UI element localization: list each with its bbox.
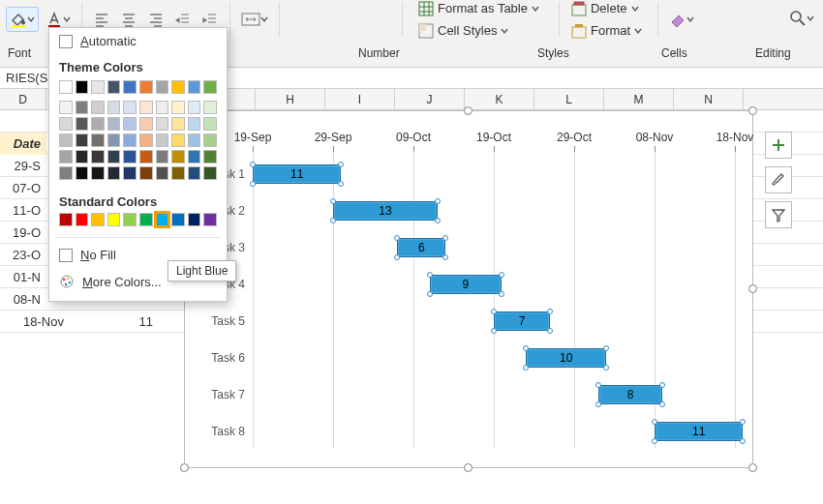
color-swatch[interactable]	[171, 117, 185, 131]
color-swatch[interactable]	[91, 150, 105, 163]
color-swatch[interactable]	[139, 213, 153, 226]
merge-cells-button[interactable]	[238, 7, 271, 32]
color-swatch[interactable]	[107, 166, 121, 180]
color-swatch[interactable]	[59, 213, 73, 226]
color-swatch[interactable]	[59, 101, 73, 114]
color-swatch[interactable]	[107, 101, 121, 114]
color-swatch[interactable]	[156, 117, 169, 131]
color-swatch[interactable]	[91, 213, 105, 226]
chart-bar[interactable]: 11	[655, 422, 743, 441]
color-swatch[interactable]	[59, 150, 73, 163]
fill-color-button[interactable]	[6, 7, 39, 32]
col-header[interactable]: J	[395, 89, 465, 109]
color-swatch[interactable]	[203, 150, 217, 163]
color-swatch[interactable]	[139, 133, 153, 147]
color-swatch[interactable]	[76, 80, 89, 94]
color-swatch[interactable]	[91, 117, 105, 131]
color-swatch[interactable]	[107, 80, 121, 94]
color-swatch[interactable]	[139, 101, 153, 114]
color-swatch[interactable]	[91, 166, 105, 180]
color-swatch[interactable]	[171, 101, 185, 114]
col-header[interactable]: M	[604, 89, 674, 109]
color-swatch[interactable]	[59, 80, 73, 94]
color-swatch[interactable]	[171, 133, 185, 147]
color-swatch[interactable]	[188, 101, 201, 114]
color-swatch[interactable]	[123, 133, 137, 147]
color-swatch[interactable]	[203, 133, 217, 147]
chart-bar[interactable]: 9	[430, 275, 503, 294]
col-header[interactable]: N	[674, 89, 744, 109]
color-swatch[interactable]	[139, 150, 153, 163]
color-swatch[interactable]	[59, 117, 73, 131]
color-swatch[interactable]	[203, 117, 217, 131]
find-select-button[interactable]	[786, 6, 817, 31]
color-swatch[interactable]	[171, 150, 185, 163]
color-swatch[interactable]	[76, 213, 89, 226]
color-swatch[interactable]	[123, 101, 137, 114]
chart-styles-button[interactable]	[765, 166, 792, 193]
chart-bar[interactable]: 10	[526, 348, 606, 368]
color-swatch[interactable]	[123, 117, 137, 131]
format-cells-button[interactable]: Format	[567, 20, 646, 42]
chart-elements-button[interactable]	[765, 132, 792, 159]
col-header[interactable]: I	[325, 89, 395, 109]
color-swatch[interactable]	[203, 166, 217, 180]
color-swatch[interactable]	[188, 150, 201, 163]
color-swatch[interactable]	[188, 80, 201, 94]
color-swatch[interactable]	[171, 166, 185, 180]
chart-bar[interactable]: 6	[397, 238, 445, 257]
color-swatch[interactable]	[59, 133, 73, 147]
color-swatch[interactable]	[139, 80, 153, 94]
color-swatch[interactable]	[76, 133, 89, 147]
color-swatch[interactable]	[76, 166, 89, 180]
chart-bar[interactable]: 13	[333, 201, 438, 221]
color-swatch[interactable]	[156, 213, 169, 226]
embedded-chart[interactable]: 19-Sep29-Sep09-Oct19-Oct29-Oct08-Nov18-N…	[184, 110, 753, 468]
color-swatch[interactable]	[91, 80, 105, 94]
color-swatch[interactable]	[188, 213, 201, 226]
chart-filter-button[interactable]	[765, 201, 792, 228]
clear-button[interactable]	[666, 7, 697, 32]
color-swatch[interactable]	[123, 80, 137, 94]
chart-bar[interactable]: 8	[598, 385, 662, 404]
color-swatch[interactable]	[203, 80, 217, 94]
color-swatch[interactable]	[156, 150, 169, 163]
automatic-color-item[interactable]: Automatic	[49, 28, 227, 54]
chart-bar[interactable]: 11	[253, 164, 341, 184]
color-swatch[interactable]	[139, 117, 153, 131]
chart-plot-area[interactable]: 19-Sep29-Sep09-Oct19-Oct29-Oct08-Nov18-N…	[253, 131, 733, 448]
format-as-table-button[interactable]: Format as Table	[414, 0, 543, 19]
color-swatch[interactable]	[156, 133, 169, 147]
color-swatch[interactable]	[107, 117, 121, 131]
color-swatch[interactable]	[139, 166, 153, 180]
delete-cells-button[interactable]: Delete	[567, 0, 646, 19]
color-swatch[interactable]	[188, 133, 201, 147]
col-header[interactable]: K	[465, 89, 534, 109]
color-swatch[interactable]	[171, 213, 185, 226]
color-swatch[interactable]	[91, 133, 105, 147]
color-swatch[interactable]	[107, 133, 121, 147]
chart-bar[interactable]: 7	[494, 311, 550, 331]
color-swatch[interactable]	[171, 80, 185, 94]
color-swatch[interactable]	[107, 213, 121, 226]
color-swatch[interactable]	[76, 150, 89, 163]
color-swatch[interactable]	[156, 80, 169, 94]
color-swatch[interactable]	[123, 150, 137, 163]
color-swatch[interactable]	[59, 166, 73, 180]
color-swatch[interactable]	[188, 117, 201, 131]
color-swatch[interactable]	[76, 101, 89, 114]
color-swatch[interactable]	[107, 150, 121, 163]
color-swatch[interactable]	[123, 166, 137, 180]
color-swatch[interactable]	[203, 101, 217, 114]
col-header[interactable]: H	[256, 89, 325, 109]
cell-styles-button[interactable]: Cell Styles	[414, 20, 543, 42]
color-swatch[interactable]	[156, 101, 169, 114]
color-swatch[interactable]	[76, 117, 89, 131]
col-header[interactable]: D	[0, 89, 46, 109]
color-swatch[interactable]	[203, 213, 217, 226]
color-swatch[interactable]	[91, 101, 105, 114]
color-swatch[interactable]	[156, 166, 169, 180]
color-swatch[interactable]	[123, 213, 137, 226]
col-header[interactable]: L	[534, 89, 604, 109]
color-swatch[interactable]	[188, 166, 201, 180]
